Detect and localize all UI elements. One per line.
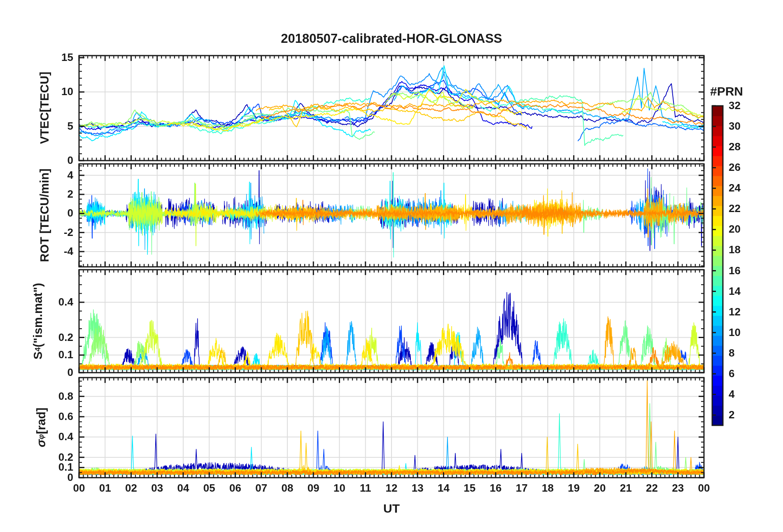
x-tick-label: 07: [247, 482, 276, 495]
x-tick-label: 14: [429, 482, 458, 495]
y-tick-label: 5: [44, 120, 73, 133]
y-axis-label-vtec: VTEC[TECU]: [36, 46, 53, 170]
y-tick-label: 4: [44, 169, 73, 182]
colorbar-tick-label: 28: [729, 140, 757, 153]
colorbar-tick-label: 30: [729, 120, 757, 133]
colorbar-tick-label: 18: [729, 243, 757, 256]
colorbar-tick-label: 22: [729, 202, 757, 215]
y-tick-label: 0.1: [44, 348, 73, 361]
colorbar-tick-label: 32: [729, 99, 757, 112]
x-tick-label: 08: [273, 482, 302, 495]
x-tick-label: 00: [65, 482, 93, 495]
colorbar-tick-label: 6: [729, 367, 757, 380]
y-tick-label: 0: [44, 154, 73, 167]
colorbar-tick-label: 14: [729, 285, 757, 298]
colorbar-tick-label: 26: [729, 161, 757, 174]
colorbar-tick-label: 10: [729, 326, 757, 339]
y-tick-label: 2: [44, 188, 73, 201]
colorbar-tick-label: 8: [729, 347, 757, 359]
x-tick-label: 23: [664, 482, 692, 495]
colorbar-tick-label: 12: [729, 306, 757, 318]
y-tick-label: 0.6: [44, 410, 73, 423]
x-tick-label: 02: [117, 482, 146, 495]
y-tick-label: 0.4: [44, 296, 73, 308]
figure-canvas: [0, 0, 783, 532]
colorbar-tick-label: 16: [729, 264, 757, 277]
x-axis-label: UT: [79, 502, 704, 516]
chart-title: 20180507-calibrated-HOR-GLONASS: [79, 31, 704, 46]
colorbar-tick-label: 20: [729, 223, 757, 236]
x-tick-label: 22: [638, 482, 666, 495]
x-tick-label: 03: [143, 482, 172, 495]
x-tick-label: 20: [585, 482, 614, 495]
x-tick-label: 21: [611, 482, 640, 495]
x-tick-label: 13: [403, 482, 432, 495]
y-tick-label: 10: [44, 85, 73, 98]
colorbar-tick-label: 4: [729, 388, 757, 401]
y-tick-label: 0.8: [44, 390, 73, 403]
x-tick-label: 11: [351, 482, 380, 495]
y-tick-label: 0.2: [44, 331, 73, 344]
x-tick-label: 00: [690, 482, 718, 495]
colorbar-tick-label: 2: [729, 408, 757, 421]
x-tick-label: 09: [299, 482, 328, 495]
figure: 20180507-calibrated-HOR-GLONASS VTEC[TEC…: [0, 0, 783, 532]
colorbar-tick-label: 24: [729, 182, 757, 194]
x-tick-label: 17: [507, 482, 536, 495]
colorbar-title: #PRN: [700, 84, 753, 98]
x-tick-label: 12: [377, 482, 406, 495]
x-tick-label: 10: [325, 482, 354, 495]
x-tick-label: 19: [559, 482, 588, 495]
x-tick-label: 16: [481, 482, 510, 495]
x-tick-label: 04: [169, 482, 198, 495]
y-tick-label: -2: [44, 226, 73, 239]
y-tick-label: 0: [44, 207, 73, 219]
x-tick-label: 01: [91, 482, 119, 495]
y-tick-label: 15: [44, 51, 73, 64]
y-tick-label: 0.4: [44, 430, 73, 443]
x-tick-label: 18: [534, 482, 562, 495]
x-tick-label: 15: [455, 482, 484, 495]
y-tick-label: 0.2: [44, 451, 73, 464]
y-tick-label: -4: [44, 245, 73, 258]
y-tick-label: 0: [44, 366, 73, 379]
y-axis-label-s4: S4 ("ism.mat"): [30, 259, 46, 383]
x-tick-label: 05: [195, 482, 224, 495]
x-tick-label: 06: [221, 482, 250, 495]
